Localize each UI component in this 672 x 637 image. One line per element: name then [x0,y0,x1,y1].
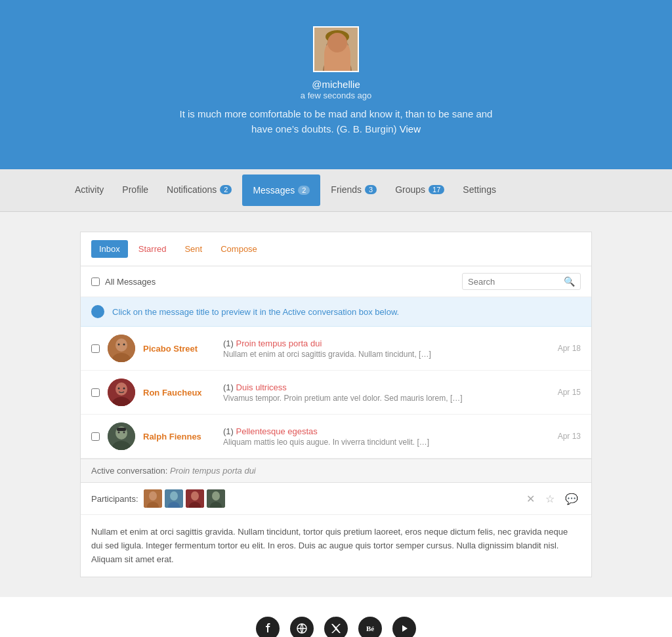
messages-badge: 2 [298,186,310,195]
tab-inbox[interactable]: Inbox [91,240,128,258]
svg-point-2 [323,58,352,72]
all-messages-bar: All Messages 🔍 [81,266,591,297]
message-date-1: Apr 18 [558,344,581,353]
hero-timestamp: a few seconds ago [13,91,659,100]
svg-point-30 [191,491,199,501]
conv-actions: ✕ ☆ 💬 [524,491,581,506]
message-subject-3[interactable]: (1) Pellentesque egestas [223,426,550,436]
main-content: Inbox Starred Sent Compose All Messages … [80,232,592,577]
participants-bar: Participants: ✕ ☆ 💬 [81,483,591,515]
svg-rect-3 [326,43,336,49]
message-preview-3: Aliquam mattis leo quis augue. In viverr… [223,438,550,447]
message-sender-2: Ron Faucheux [143,388,215,398]
tab-activity[interactable]: Activity [66,174,113,207]
message-avatar-2 [108,379,135,406]
friends-badge: 3 [365,185,377,194]
tab-profile[interactable]: Profile [113,174,158,207]
message-avatar-1 [108,335,135,362]
message-item: Picabo Street (1) Proin tempus porta dui… [81,327,591,371]
tab-friends[interactable]: Friends 3 [322,174,386,207]
message-date-2: Apr 15 [558,388,581,397]
participant-avatar-3 [186,489,204,508]
nav-bar: Activity Profile Notifications 2 Message… [0,169,672,212]
tab-notifications[interactable]: Notifications 2 [158,174,241,207]
svg-point-10 [118,344,120,346]
svg-rect-22 [117,428,126,431]
message-item: Ron Faucheux (1) Duis ultricess Vivamus … [81,371,591,415]
all-messages-label: All Messages [105,277,156,287]
active-conv-header: Active conversation: Proin tempus porta … [81,459,591,483]
participant-avatar-2 [165,489,183,508]
hero-quote: It is much more comfortable to be mad an… [178,107,494,136]
close-conv-button[interactable]: ✕ [524,491,537,506]
svg-rect-4 [339,43,348,49]
message-item: Ralph Fiennes (1) Pellentesque egestas A… [81,415,591,459]
svg-marker-36 [402,625,408,632]
svg-point-20 [118,432,120,434]
search-icon: 🔍 [564,276,575,287]
tab-groups[interactable]: Groups 17 [386,174,453,207]
message-avatar-3 [108,422,135,450]
groups-badge: 17 [429,185,444,194]
svg-point-33 [212,491,220,501]
message-checkbox-1[interactable] [91,344,100,353]
search-input[interactable] [468,277,560,287]
dribbble-icon[interactable] [290,617,314,637]
message-content-1: (1) Proin tempus porta dui Nullam et eni… [223,339,550,359]
hero-username: @michellie [312,79,360,90]
active-conv-title: Proin tempus porta dui [170,466,256,476]
avatar [313,26,359,72]
tab-settings[interactable]: Settings [453,174,505,207]
hero-section: @michellie a few seconds ago It is much … [0,0,672,169]
tab-starred[interactable]: Starred [131,240,175,258]
svg-point-6 [326,30,349,43]
svg-point-24 [149,491,157,501]
svg-rect-5 [336,45,339,47]
message-preview-2: Vivamus tempor. Proin pretium ante vel d… [223,394,550,403]
svg-point-16 [123,388,125,390]
info-dot [91,305,104,318]
svg-point-15 [118,388,120,390]
message-checkbox-2[interactable] [91,388,100,397]
search-box: 🔍 [462,273,581,290]
message-preview-1: Nullam et enim at orci sagittis gravida.… [223,350,550,359]
svg-point-27 [170,491,178,501]
participant-avatar-1 [144,489,162,508]
participants-label: Participants: [91,494,138,504]
facebook-icon[interactable] [256,617,280,637]
reply-conv-button[interactable]: 💬 [562,491,581,506]
svg-point-13 [116,382,127,396]
info-text: Click on the message title to preview it… [112,307,399,317]
message-content-3: (1) Pellentesque egestas Aliquam mattis … [223,426,550,447]
social-icons: Bé [0,617,672,637]
tab-sent[interactable]: Sent [177,240,210,258]
youtube-icon[interactable] [392,617,416,637]
svg-point-21 [123,432,125,434]
message-tabs: Inbox Starred Sent Compose [81,232,591,266]
message-sender-1: Picabo Street [143,344,215,354]
social-footer: Bé Terms & Conditions | Privacy Policy |… [0,597,672,637]
svg-point-8 [116,339,127,352]
tab-compose[interactable]: Compose [213,240,265,258]
behance-icon[interactable]: Bé [358,617,382,637]
participants-avatars [144,489,225,508]
hero-view-link[interactable]: View [400,123,421,134]
svg-rect-0 [314,28,359,72]
svg-point-11 [123,344,125,346]
svg-point-1 [327,34,348,58]
info-banner: Click on the message title to preview it… [81,297,591,327]
message-date-3: Apr 13 [558,432,581,441]
message-checkbox-3[interactable] [91,432,100,441]
participant-avatar-4 [207,489,225,508]
tab-messages[interactable]: Messages 2 [242,175,320,206]
conv-body: Nullam et enim at orci sagittis gravida.… [81,515,591,577]
message-subject-1[interactable]: (1) Proin tempus porta dui [223,339,550,348]
star-conv-button[interactable]: ☆ [543,491,557,506]
notifications-badge: 2 [220,185,232,194]
message-content-2: (1) Duis ultricess Vivamus tempor. Proin… [223,382,550,403]
message-sender-3: Ralph Fiennes [143,432,215,442]
select-all-checkbox[interactable] [91,277,100,286]
twitter-icon[interactable] [324,617,348,637]
message-subject-2[interactable]: (1) Duis ultricess [223,382,550,392]
